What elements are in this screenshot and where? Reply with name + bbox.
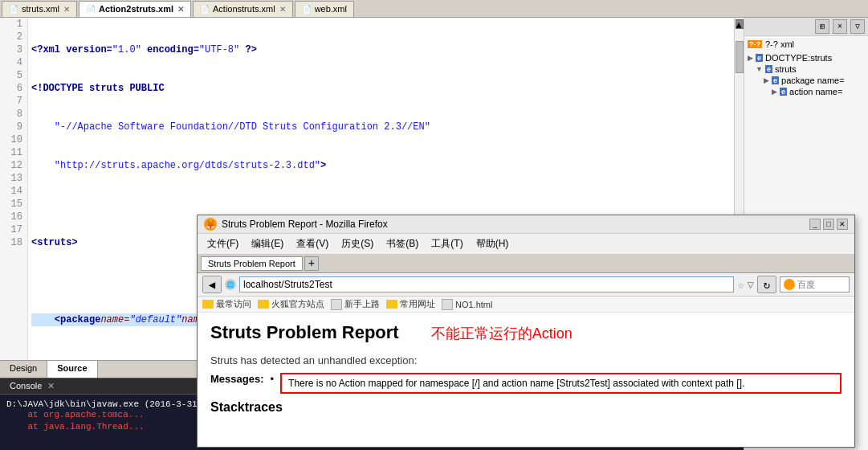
xml-file-icon: 📄 [9,5,18,14]
right-panel-toolbar: ⊞ × ▽ [744,18,868,36]
tab-close-action2[interactable]: ✕ [177,5,184,14]
bookmark-zuichang[interactable]: 最常访问 [202,298,251,310]
detected-text: Struts has detected an unhandled excepti… [210,354,842,366]
browser-menubar: 文件(F) 编辑(E) 查看(V) 历史(S) 书签(B) 工具(T) 帮助(H… [198,234,854,255]
doctype-icon: e [756,54,763,62]
tab-close-action[interactable]: ✕ [279,5,286,14]
folder-icon2 [258,300,269,309]
menu-view[interactable]: 查看(V) [290,235,335,252]
messages-content: There is no Action mapped for namespace … [280,373,842,394]
bookmark-changyong[interactable]: 常用网址 [386,298,435,310]
menu-history[interactable]: 历史(S) [335,235,380,252]
xml-file-icon-4: 📄 [302,5,312,14]
new-tab-button[interactable]: + [304,256,319,271]
right-panel-btn2[interactable]: × [833,19,847,34]
arrow-icon: ▶ [748,54,753,62]
tab-source[interactable]: Source [47,361,97,378]
browser-window-controls: _ □ ✕ [809,219,848,230]
close-button[interactable]: ✕ [837,219,848,230]
bookmark-no1[interactable]: NO1.html [442,299,492,310]
browser-content: Struts Problem Report 不能正常运行的Action Stru… [198,313,854,447]
bookmark-star[interactable]: ☆ [737,278,744,292]
right-panel-btn1[interactable]: ⊞ [815,19,829,34]
arrow-icon3: ▶ [764,76,769,84]
tab-close-struts[interactable]: ✕ [63,5,70,14]
search-input[interactable] [797,280,846,289]
messages-bullet: • [270,373,274,385]
line-numbers: 12345 678910 1112131415 161718 [0,18,28,360]
stacktraces-title: Stacktraces [210,400,842,415]
arrow-icon4: ▶ [772,88,777,96]
right-panel-content: ?-? ?-? xml ▶ e DOCTYPE:struts ▼ e strut… [744,36,868,100]
tree-action[interactable]: ▶ e action name= [772,86,865,97]
page-icon [331,299,342,310]
xml-type-row: ?-? ?-? xml [748,39,865,49]
menu-help[interactable]: 帮助(H) [470,235,516,252]
console-tab[interactable]: Console ✕ [3,379,61,393]
xml-question-icon: ?-? [748,40,762,48]
bookmark-xinshou[interactable]: 新手上路 [331,298,380,310]
page-icon2 [442,299,453,310]
address-input[interactable] [239,276,734,292]
scroll-up-btn[interactable]: ▲ [736,19,744,29]
refresh-button[interactable]: ↻ [757,276,776,293]
right-panel-btn3[interactable]: ▽ [850,19,865,34]
scroll-thumb[interactable] [736,41,744,73]
editor-tab-bar: 📄 struts.xml ✕ 📄 Action2struts.xml ✕ 📄 A… [0,0,868,18]
problem-report-title: Struts Problem Report [210,322,399,343]
struts-icon: e [765,65,772,73]
browser-tabs: Struts Problem Report + [198,255,854,273]
tab-action2struts-xml[interactable]: 📄 Action2struts.xml ✕ [79,1,191,17]
tree-package[interactable]: ▶ e package name= [764,75,865,86]
tab-web-xml[interactable]: 📄 web.xml [295,1,354,17]
browser-addressbar: ◀ 🌐 ☆ ▽ ↻ [198,273,854,297]
search-engine-icon [784,279,795,290]
browser-title: Struts Problem Report - Mozilla Firefox [222,219,805,230]
minimize-button[interactable]: _ [809,219,821,230]
search-container [780,276,850,292]
bookmark-huhu[interactable]: 火狐官方站点 [258,298,324,310]
cannot-run-label: 不能正常运行的Action [431,324,573,343]
bookmarks-bar: 最常访问 火狐官方站点 新手上路 常用网址 NO1.html [198,297,854,313]
console-close-btn[interactable]: ✕ [47,381,55,391]
folder-icon [202,300,214,309]
action-icon: e [780,88,787,96]
folder-icon3 [386,300,397,309]
browser-tab-struts[interactable]: Struts Problem Report [201,256,303,271]
firefox-icon: 🦊 [204,218,217,231]
maximize-button[interactable]: □ [823,219,834,230]
xml-file-icon-2: 📄 [86,5,96,14]
menu-tools[interactable]: 工具(T) [425,235,469,252]
editor-area: 12345 678910 1112131415 161718 <?xml ver… [0,18,744,450]
xml-file-icon-3: 📄 [200,5,210,14]
browser-titlebar: 🦊 Struts Problem Report - Mozilla Firefo… [198,215,854,234]
arrow-icon2: ▼ [756,65,763,73]
package-icon: e [772,76,779,84]
tree-struts[interactable]: ▼ e struts [756,63,865,75]
tab-design[interactable]: Design [0,361,47,378]
menu-file[interactable]: 文件(F) [201,235,245,252]
menu-bookmarks[interactable]: 书签(B) [380,235,425,252]
tab-struts-xml[interactable]: 📄 struts.xml ✕ [2,1,77,17]
menu-edit[interactable]: 编辑(E) [245,235,290,252]
tree-doctype[interactable]: ▶ e DOCTYPE:struts [748,52,865,63]
browser-popup: 🦊 Struts Problem Report - Mozilla Firefo… [197,215,855,448]
messages-label: Messages: [210,373,263,385]
back-button[interactable]: ◀ [202,276,222,293]
tab-actionstruts-xml[interactable]: 📄 Actionstruts.xml ✕ [193,1,293,17]
messages-row: Messages: • There is no Action mapped fo… [210,373,842,394]
site-icon: 🌐 [225,279,236,290]
bookmark-star2[interactable]: ▽ [748,278,754,292]
